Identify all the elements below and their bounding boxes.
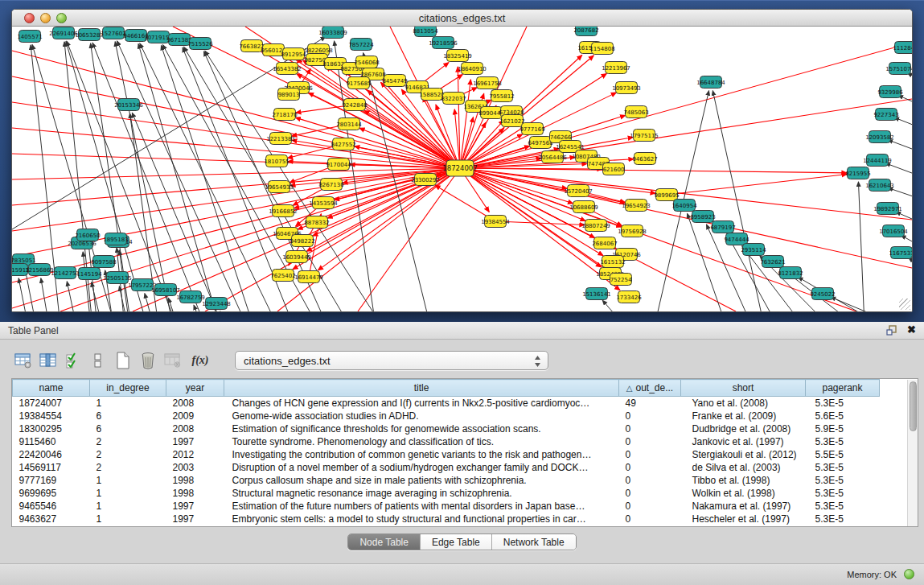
- graph-node[interactable]: 15136141: [582, 288, 611, 300]
- table-cell[interactable]: 5.3E-5: [806, 397, 880, 410]
- graph-node[interactable]: 7857224: [348, 39, 374, 51]
- graph-edge[interactable]: [41, 278, 49, 311]
- table-cell[interactable]: Wolkin et al. (1998): [681, 487, 806, 500]
- graph-node[interactable]: 23300297: [411, 174, 440, 186]
- graph-node[interactable]: 2935114: [741, 244, 766, 256]
- graph-node[interactable]: 6879197: [710, 221, 735, 233]
- graph-node[interactable]: 9170044: [326, 159, 351, 171]
- graph-node[interactable]: 9463627: [632, 153, 657, 165]
- graph-node[interactable]: 8813054: [413, 27, 438, 37]
- table-cell[interactable]: 1: [90, 487, 166, 500]
- table-cell[interactable]: 0: [619, 422, 681, 435]
- graph-node[interactable]: 16033809: [318, 27, 347, 39]
- table-cell[interactable]: 2012: [166, 448, 224, 461]
- graph-node[interactable]: 9329986: [877, 86, 903, 98]
- graph-node[interactable]: 16210643: [865, 179, 894, 192]
- graph-node[interactable]: 7485063: [623, 106, 648, 118]
- table-cell[interactable]: 6: [90, 422, 166, 435]
- table-cell[interactable]: 1997: [166, 500, 224, 513]
- table-chooser-dropdown[interactable]: citations_edges.txt: [235, 351, 548, 370]
- close-panel-icon[interactable]: ✖: [907, 323, 916, 336]
- table-cell[interactable]: 5.3E-5: [806, 487, 880, 500]
- graph-node[interactable]: 752254: [610, 274, 632, 286]
- table-cell[interactable]: Dudbridge et al. (2008): [681, 422, 806, 435]
- column-header-pagerank[interactable]: pagerank: [806, 380, 880, 397]
- graph-node[interactable]: 2718170: [272, 109, 297, 121]
- graph-node[interactable]: 16961758: [473, 77, 502, 89]
- table-cell[interactable]: Tibbo et al. (1998): [681, 474, 806, 487]
- graph-node[interactable]: 7955812: [489, 90, 514, 102]
- graph-node[interactable]: 12142757: [51, 267, 80, 279]
- new-table-icon[interactable]: [113, 350, 133, 371]
- graph-node[interactable]: 1112843: [893, 42, 912, 54]
- table-cell[interactable]: Structural magnetic resonance image aver…: [224, 487, 619, 500]
- table-cell[interactable]: 0: [619, 513, 681, 525]
- table-row[interactable]: 1456911722003Disruption of a novel membe…: [13, 461, 880, 474]
- graph-edge[interactable]: [12, 51, 460, 168]
- graph-node[interactable]: 19654923: [622, 200, 651, 212]
- table-cell[interactable]: 2: [90, 435, 166, 448]
- graph-edge[interactable]: [713, 91, 765, 311]
- graph-node[interactable]: 17975115: [630, 130, 659, 142]
- graph-node[interactable]: 8322037: [441, 93, 466, 105]
- table-cell[interactable]: 5.3E-5: [806, 513, 880, 525]
- graph-node[interactable]: 1895183: [103, 233, 128, 245]
- graph-node[interactable]: 16648784: [696, 76, 725, 89]
- network-canvas[interactable]: 1405571226914061065328715276029466161107…: [12, 27, 912, 311]
- graph-node[interactable]: 12213383: [266, 133, 295, 145]
- graph-edge[interactable]: [888, 188, 912, 200]
- graph-node[interactable]: 18640910: [458, 63, 487, 75]
- delete-table-icon[interactable]: [138, 350, 158, 371]
- table-cell[interactable]: 9699695: [13, 487, 90, 500]
- table-row[interactable]: 946362711997Embryonic stem cells: a mode…: [13, 513, 880, 525]
- table-row[interactable]: 1830029562008Estimation of significance …: [13, 422, 880, 435]
- table-cell[interactable]: 0: [619, 487, 681, 500]
- graph-edge[interactable]: [140, 43, 277, 311]
- graph-node[interactable]: 9097588: [91, 256, 116, 268]
- graph-node[interactable]: 1810755: [264, 155, 289, 167]
- graph-edge[interactable]: [667, 175, 847, 195]
- table-cell[interactable]: 1: [90, 397, 166, 410]
- table-cell[interactable]: Stergiakouli et al. (2012): [681, 448, 806, 461]
- graph-node[interactable]: 1154808: [589, 43, 614, 55]
- column-header-in_degree[interactable]: in_degree: [90, 380, 166, 397]
- graph-node[interactable]: 12213967: [602, 62, 630, 74]
- table-cell[interactable]: 1998: [166, 474, 224, 487]
- table-cell[interactable]: 0: [619, 500, 681, 513]
- graph-edge[interactable]: [460, 168, 573, 204]
- table-cell[interactable]: 5.3E-5: [806, 435, 880, 448]
- function-builder-icon[interactable]: f(x): [187, 350, 213, 371]
- citation-network-graph[interactable]: 1405571226914061065328715276029466161107…: [12, 27, 912, 311]
- tab-node-table[interactable]: Node Table: [348, 534, 421, 550]
- table-cell[interactable]: 0: [619, 448, 681, 461]
- table-cell[interactable]: 1997: [166, 513, 224, 525]
- float-panel-icon[interactable]: [886, 325, 897, 336]
- graph-node[interactable]: 1733426: [616, 291, 642, 303]
- table-cell[interactable]: 5.5E-5: [806, 448, 880, 461]
- graph-node[interactable]: 15751074: [885, 63, 912, 75]
- table-cell[interactable]: 49: [619, 397, 681, 410]
- graph-node[interactable]: 16543382: [273, 63, 302, 75]
- table-cell[interactable]: 1: [90, 513, 166, 525]
- row-height-icon[interactable]: [88, 350, 109, 371]
- table-cell[interactable]: 2008: [166, 422, 224, 435]
- select-rows-icon[interactable]: [63, 350, 84, 371]
- graph-edge[interactable]: [460, 168, 847, 173]
- table-cell[interactable]: 9463627: [13, 513, 90, 525]
- table-cell[interactable]: Investigating the contribution of common…: [224, 448, 619, 461]
- graph-edge[interactable]: [18, 278, 28, 311]
- graph-edge[interactable]: [460, 168, 912, 220]
- graph-node[interactable]: 9245022: [810, 288, 835, 300]
- table-row[interactable]: 1938455462009Genome-wide association stu…: [13, 410, 880, 422]
- table-cell[interactable]: 1: [90, 500, 166, 513]
- graph-edge[interactable]: [888, 140, 912, 154]
- tab-network-table[interactable]: Network Table: [492, 534, 576, 550]
- graph-node[interactable]: 621600: [603, 163, 625, 175]
- table-cell[interactable]: 6: [90, 410, 166, 422]
- table-cell[interactable]: de Silva et al. (2003): [681, 461, 806, 474]
- table-cell[interactable]: 2003: [166, 461, 224, 474]
- column-header-short[interactable]: short: [681, 380, 806, 397]
- graph-node[interactable]: 8878332: [304, 216, 329, 229]
- graph-node[interactable]: 1621022: [499, 115, 524, 127]
- table-cell[interactable]: 18300295: [13, 422, 90, 435]
